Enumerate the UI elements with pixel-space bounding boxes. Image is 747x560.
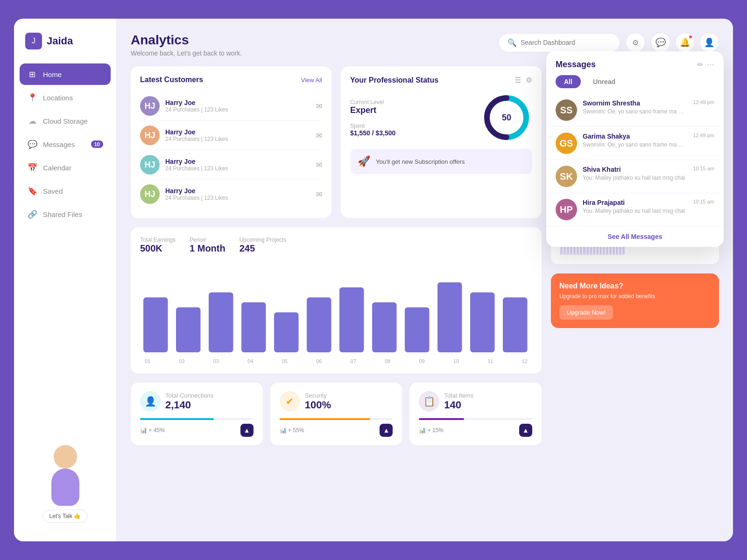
professional-status-card: Your Professional Status ☰ ⚙ Current Lev… xyxy=(341,66,542,218)
stat-growth: 📊 + 45% xyxy=(140,427,165,434)
msg-time: 12:49 pm xyxy=(693,99,714,105)
stat-icon: ✔ xyxy=(280,391,300,412)
customers-card-header: Latest Customers View All xyxy=(140,76,322,84)
msg-avatar-placeholder: HP xyxy=(556,199,577,220)
customer-avatar: HJ xyxy=(140,155,160,175)
message-item[interactable]: GS Garima Shakya Swornim: Oe, yo sano sa… xyxy=(546,127,724,160)
msg-avatar-placeholder: GS xyxy=(556,133,577,154)
nav-label-calendar: Calendar xyxy=(43,164,71,172)
svg-rect-12 xyxy=(437,282,462,352)
avatar-placeholder: HJ xyxy=(140,184,160,204)
page-title: Analytics xyxy=(131,33,242,48)
customer-name: Harry Joe xyxy=(165,158,310,165)
customer-item[interactable]: HJ Harry Joe 24 Purchases | 123 Likes ✉ xyxy=(140,180,322,209)
more-icon[interactable]: ⋯ xyxy=(707,60,714,69)
sidebar-item-calendar[interactable]: 📅 Calendar xyxy=(20,157,111,178)
stat-label: Total Items xyxy=(444,392,473,399)
customer-info: Harry Joe 24 Purchases | 123 Likes xyxy=(165,158,310,172)
metric-total-value: 500K xyxy=(140,243,176,254)
stats-row: 👤 Total Connections 2,140 📊 + 45% ▲ ✔ Se… xyxy=(131,383,542,445)
nav-label-shared-files: Shared Files xyxy=(43,210,82,218)
chart-x-label: 04 xyxy=(247,358,253,364)
avatar-placeholder: HJ xyxy=(140,96,160,116)
subscription-banner: 🚀 You'll get new Subscription offers xyxy=(350,149,532,174)
customer-item[interactable]: HJ Harry Joe 24 Purchases | 123 Likes ✉ xyxy=(140,121,322,150)
metric-total-earnings: Total Earnings 500K xyxy=(140,237,176,254)
svg-rect-8 xyxy=(307,297,331,352)
nav-label-cloud-storage: Cloud Storage xyxy=(43,117,88,125)
search-bar[interactable]: 🔍 xyxy=(499,33,620,52)
sidebar-item-locations[interactable]: 📍 Locations xyxy=(20,87,111,108)
nav-label-messages: Messages xyxy=(43,140,75,148)
compose-icon[interactable]: ✏ xyxy=(697,60,703,69)
svg-rect-5 xyxy=(209,292,233,352)
mail-icon[interactable]: ✉ xyxy=(316,161,322,169)
chart-x-label: 05 xyxy=(282,358,288,364)
message-list: SS Swornim Shrestha Swornim: Oe, yo sano… xyxy=(546,94,724,226)
page-subtitle: Welcome back, Let's get back to work. xyxy=(131,49,242,57)
chart-x-label: 09 xyxy=(419,358,424,364)
tab-all[interactable]: All xyxy=(556,75,581,88)
tab-unread[interactable]: Unread xyxy=(585,75,624,88)
sidebar-item-cloud-storage[interactable]: ☁ Cloud Storage xyxy=(20,110,111,132)
sidebar-item-home[interactable]: ⊞ Home xyxy=(20,63,111,85)
view-all-button[interactable]: View All xyxy=(301,77,322,84)
stat-card-connections: 👤 Total Connections 2,140 📊 + 45% ▲ xyxy=(131,383,263,445)
popup-header: Messages ✏ ⋯ xyxy=(546,51,724,75)
stat-card-total-items: 📋 Total Items 140 📊 + 15% ▲ xyxy=(409,383,542,445)
message-item[interactable]: HP Hira Prajapati You: Mailey pathako xu… xyxy=(546,193,724,226)
sidebar-item-shared-files[interactable]: 🔗 Shared Files xyxy=(20,203,111,225)
sidebar-item-messages[interactable]: 💬 Messages 10 xyxy=(20,133,111,155)
need-more-text: Upgrade to pro max for added benefits xyxy=(559,293,711,300)
need-more-card: Need More Ideas? Upgrade to pro max for … xyxy=(551,273,719,328)
chart-x-labels: 010203040506070809101112 xyxy=(140,355,532,364)
nav-icon-locations: 📍 xyxy=(27,92,37,103)
filter-button[interactable]: ⚙ xyxy=(626,33,645,52)
metric-period-value: 1 Month xyxy=(190,243,226,254)
see-all-messages-button[interactable]: See All Messages xyxy=(546,226,724,247)
character-body xyxy=(51,469,79,506)
sidebar-character: Let's Talk 🤙 xyxy=(14,436,116,527)
stat-card-security: ✔ Security 100% 📊 + 55% ▲ xyxy=(270,383,402,445)
customers-card: Latest Customers View All HJ Harry Joe 2… xyxy=(131,66,331,218)
notifications-button[interactable]: 🔔 xyxy=(675,33,695,52)
customer-info: Harry Joe 24 Purchases | 123 Likes xyxy=(165,99,310,113)
svg-rect-4 xyxy=(176,308,201,352)
stat-bar-fill xyxy=(280,418,370,420)
customer-item[interactable]: HJ Harry Joe 24 Purchases | 123 Likes ✉ xyxy=(140,150,322,180)
msg-info: Swornim Shrestha Swornim: Oe, yo sano sa… xyxy=(583,99,687,115)
nav-badge-messages: 10 xyxy=(91,140,103,148)
message-item[interactable]: SS Swornim Shrestha Swornim: Oe, yo sano… xyxy=(546,94,724,127)
lets-talk-badge: Let's Talk 🤙 xyxy=(42,510,88,523)
msg-preview: Swornim: Oe, yo sano sano frame ma kaam … xyxy=(583,108,685,115)
stat-info: Security 100% xyxy=(305,392,331,411)
status-body: Current Level Expert Spent $1,550 / $3,5… xyxy=(350,92,532,143)
notif-badge xyxy=(688,35,693,39)
messages-icon-button[interactable]: 💬 xyxy=(651,33,670,52)
customer-item[interactable]: HJ Harry Joe 24 Purchases | 123 Likes ✉ xyxy=(140,91,322,121)
profile-button[interactable]: 👤 xyxy=(699,33,719,52)
customer-info: Harry Joe 24 Purchases | 123 Likes xyxy=(165,128,310,142)
sidebar-item-saved[interactable]: 🔖 Saved xyxy=(20,180,111,202)
search-input[interactable] xyxy=(521,39,611,46)
mail-icon[interactable]: ✉ xyxy=(316,190,322,199)
msg-preview: Swornim: Oe, yo sano sano frame ma kaam … xyxy=(583,141,685,148)
spent-value: $1,550 / $3,500 xyxy=(350,129,395,137)
stat-growth: 📊 + 55% xyxy=(280,427,304,434)
upgrade-button[interactable]: Upgrade Now! xyxy=(559,305,613,320)
svg-rect-9 xyxy=(339,287,364,352)
chart-x-label: 01 xyxy=(145,358,150,364)
mail-icon[interactable]: ✉ xyxy=(316,131,322,140)
chart-metrics: Total Earnings 500K Period 1 Month Upcom… xyxy=(140,237,532,254)
message-item[interactable]: SK Shiva Khatri You: Mailey pathako xu h… xyxy=(546,160,724,193)
messages-popup: Messages ✏ ⋯ All Unread SS Swornim Shres… xyxy=(546,51,724,247)
page-title-area: Analytics Welcome back, Let's get back t… xyxy=(131,33,242,57)
logo-icon: J xyxy=(25,33,42,49)
svg-rect-11 xyxy=(405,308,430,352)
mail-icon[interactable]: ✉ xyxy=(316,102,322,111)
stat-bar-fill xyxy=(419,418,464,420)
stat-arrow: ▲ xyxy=(240,424,254,437)
nav-icon-cloud-storage: ☁ xyxy=(27,116,37,126)
settings-icon[interactable]: ⚙ xyxy=(526,76,532,84)
svg-rect-7 xyxy=(274,312,299,352)
